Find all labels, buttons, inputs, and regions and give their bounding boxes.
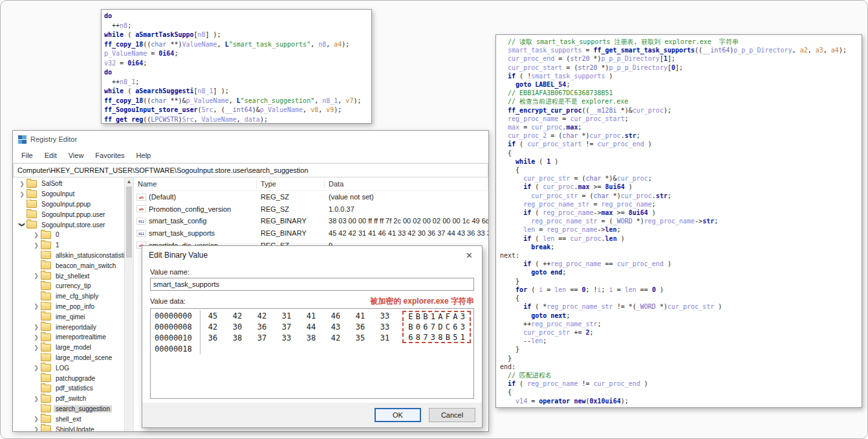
tree-item-ime_qimei[interactable]: ime_qimei <box>13 311 124 322</box>
hex-byte[interactable]: 42 <box>225 311 250 321</box>
tree-item-ime_pop_info[interactable]: ❯ime_pop_info <box>13 302 124 312</box>
title-bar[interactable]: Registry Editor <box>13 131 488 148</box>
value-row-smart_task_supports[interactable]: 011smart_task_supportsREG_BINARY45 42 42… <box>134 227 488 240</box>
tree-item-patchupgrade[interactable]: patchupgrade <box>13 373 124 383</box>
expand-icon[interactable]: ❯ <box>32 232 40 238</box>
value-name-label: Value name: <box>150 268 474 276</box>
hex-byte[interactable]: 38 <box>225 333 250 343</box>
scroll-thumb[interactable] <box>126 186 132 258</box>
hex-byte[interactable]: 36 <box>348 322 373 332</box>
dialog-title-bar[interactable]: Edit Binary Value ✕ <box>142 246 482 264</box>
close-icon[interactable]: ✕ <box>463 251 475 260</box>
hex-byte[interactable]: 37 <box>274 322 299 332</box>
menu-file[interactable]: File <box>16 152 39 159</box>
expand-icon[interactable]: ❯ <box>32 273 40 279</box>
tree-item-SogouInput.ppup[interactable]: SogouInput.ppup <box>13 199 124 210</box>
tree-item-0[interactable]: ❯0 <box>13 230 124 240</box>
tree-item-ime_cfg_shiply[interactable]: ime_cfg_shiply <box>13 291 124 302</box>
address-bar[interactable]: Computer\HKEY_CURRENT_USER\SOFTWARE\Sogo… <box>13 163 488 177</box>
expand-icon[interactable]: ❯ <box>32 426 40 431</box>
expand-icon[interactable]: ❯ <box>32 334 40 341</box>
tree-item-beacon_main_switch[interactable]: beacon_main_switch <box>13 260 124 271</box>
hex-byte[interactable]: 38 <box>299 333 323 343</box>
hex-row-00000000[interactable]: 000000004542423141464133EBB1AFA3 <box>155 310 473 321</box>
expand-icon[interactable]: ❯ <box>18 181 26 187</box>
value-row-smart_task_config[interactable]: 011smart_task_configREG_BINARY38 03 00 0… <box>134 215 488 227</box>
menu-help[interactable]: Help <box>131 152 157 159</box>
ascii-char: 3 <box>459 322 467 332</box>
hex-byte[interactable]: 45 <box>201 311 225 321</box>
tree-item-currency_tip[interactable]: currency_tip <box>13 281 124 291</box>
hex-byte[interactable]: 46 <box>323 311 348 321</box>
scroll-up-icon[interactable]: ▲ <box>125 177 133 186</box>
tree-item-1[interactable]: ❯1 <box>13 240 124 251</box>
tree-item-SogouInput[interactable]: ❯SogouInput <box>13 189 124 199</box>
column-data[interactable]: Data <box>325 179 488 188</box>
hex-byte[interactable]: 33 <box>274 333 299 343</box>
expand-icon[interactable]: ❯ <box>18 191 26 197</box>
hex-byte[interactable]: 41 <box>299 311 323 321</box>
tree-item-pdf_switch[interactable]: ❯pdf_switch <box>13 394 124 404</box>
hex-byte[interactable]: 35 <box>348 333 373 343</box>
tree-item-large_model[interactable]: ❯large_model <box>13 343 124 353</box>
hex-row-00000010[interactable]: 00000010363837333842353168738B51 <box>155 332 473 343</box>
hex-bytes: 3638373338423531 <box>201 333 397 343</box>
hex-byte[interactable]: 31 <box>274 311 299 321</box>
value-row-Promotion_config_version[interactable]: abPromotion_config_versionREG_SZ1.0.0.37 <box>134 203 488 216</box>
tree-item-shell_ext[interactable]: ❯shell_ext <box>13 414 124 424</box>
hex-byte[interactable]: 36 <box>250 322 274 332</box>
hex-byte[interactable]: 43 <box>323 322 348 332</box>
hex-byte[interactable]: 42 <box>201 322 225 332</box>
hex-editor[interactable]: 000000004542423141464133EBB1AFA300000008… <box>150 308 474 399</box>
tree-item-allskin_statusiconstatistics[interactable]: allskin_statusiconstatistics <box>13 251 124 261</box>
column-name[interactable]: Name <box>134 179 257 188</box>
tree-item-imereportdaily[interactable]: ❯imereportdaily <box>13 322 124 332</box>
value-name: smart_task_config <box>149 217 206 225</box>
expand-icon[interactable]: ❯ <box>32 303 40 310</box>
expand-icon[interactable]: ❯ <box>32 365 40 371</box>
hex-byte[interactable]: 42 <box>250 311 274 321</box>
hex-byte[interactable]: 31 <box>373 333 397 343</box>
tree-item-label: patchupgrade <box>54 375 97 382</box>
expand-icon[interactable]: ❯ <box>32 324 40 330</box>
folder-icon <box>41 385 51 392</box>
tree-item-imereportrealtime[interactable]: ❯imereportrealtime <box>13 332 124 343</box>
hex-byte[interactable]: 41 <box>348 311 373 321</box>
expand-icon[interactable]: ❯ <box>32 416 40 422</box>
column-type[interactable]: Type <box>257 179 325 188</box>
hex-byte[interactable]: 37 <box>250 333 274 343</box>
hex-byte[interactable]: 33 <box>373 311 397 321</box>
tree-item-pdf_statistics[interactable]: pdf_statistics <box>13 383 124 394</box>
hex-byte[interactable]: 30 <box>225 322 250 332</box>
value-name-input[interactable] <box>150 278 474 291</box>
tree-item-search_suggestion[interactable]: search_suggestion <box>13 404 124 414</box>
menu-edit[interactable]: Edit <box>39 152 63 159</box>
tree-item-SogouInput.store.user[interactable]: ❯SogouInput.store.user <box>13 220 124 230</box>
tree-item-SogouInput.ppup.user[interactable]: SogouInput.ppup.user <box>13 209 124 220</box>
cancel-button[interactable]: Cancel <box>429 408 475 422</box>
dialog-content: Value name: Value data: 被加密的 explorer.ex… <box>142 264 482 403</box>
value-row-(Default)[interactable]: ab(Default)REG_SZ(value not set) <box>134 191 488 203</box>
hex-byte[interactable]: 33 <box>373 322 397 332</box>
ascii-char: A <box>451 312 459 321</box>
tree-item-label: SogouInput.store.user <box>39 221 107 229</box>
collapse-icon[interactable]: ❯ <box>19 221 25 229</box>
menu-favorites[interactable]: Favorites <box>89 152 130 159</box>
ok-button[interactable]: OK <box>374 408 421 422</box>
expand-icon[interactable]: ❯ <box>32 242 40 249</box>
tree-item-biz_shellext[interactable]: ❯biz_shellext <box>13 271 124 281</box>
tree-item-large_model_scene[interactable]: large_model_scene <box>13 353 124 363</box>
tree-item-SalSoft[interactable]: ❯SalSoft <box>13 179 124 189</box>
tree-scrollbar[interactable]: ▲ <box>124 177 133 431</box>
tree-item-ShiplyUpdate[interactable]: ❯ShiplyUpdate <box>13 424 124 431</box>
tree-item-LOG[interactable]: ❯LOG <box>13 363 124 373</box>
hex-byte[interactable]: 44 <box>299 322 323 332</box>
hex-byte[interactable]: 36 <box>201 333 225 343</box>
menu-view[interactable]: View <box>63 152 90 159</box>
hex-row-00000008[interactable]: 000000084230363744433633B067DC63 <box>155 321 473 332</box>
reg-sz-icon: ab <box>136 194 146 201</box>
hex-byte[interactable]: 42 <box>323 333 348 343</box>
hex-row-00000018[interactable]: 00000018 <box>155 343 473 354</box>
expand-icon[interactable]: ❯ <box>32 396 40 402</box>
expand-icon[interactable]: ❯ <box>32 344 40 351</box>
